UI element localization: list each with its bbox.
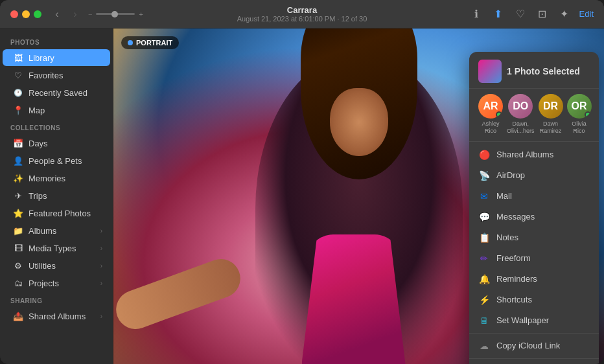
sidebar-item-map-label: Map: [29, 106, 45, 115]
sidebar-section-photos: Photos: [0, 34, 113, 49]
adjust-button[interactable]: ✦: [557, 7, 572, 21]
sidebar-item-favorites[interactable]: ♡ Favorites: [3, 67, 110, 84]
sidebar-item-library[interactable]: 🖼 Library: [3, 49, 110, 66]
minimize-button[interactable]: [22, 10, 30, 18]
sidebar-item-days[interactable]: 📅 Days: [3, 135, 110, 152]
zoom-track: [96, 13, 135, 15]
menu-item-messages[interactable]: 💬 Messages: [469, 207, 599, 227]
menu-item-reminders[interactable]: 🔔 Reminders: [469, 269, 599, 290]
freeform-label: Freeform: [496, 253, 531, 263]
forward-button[interactable]: ›: [67, 6, 83, 22]
portrait-badge: PORTRAIT: [121, 36, 179, 49]
utilities-chevron: ›: [100, 262, 102, 269]
albums-chevron: ›: [100, 227, 102, 234]
map-icon: 📍: [13, 105, 23, 115]
sidebar-item-projects[interactable]: 🗂 Projects ›: [3, 275, 110, 291]
favorite-button[interactable]: ♡: [513, 7, 528, 21]
menu-item-shared-albums[interactable]: 🔴 Shared Albums: [469, 144, 599, 165]
zoom-slider[interactable]: − +: [88, 10, 143, 18]
contact-label-ashley: AshleyRico: [482, 120, 499, 135]
online-indicator-ashley: [496, 111, 502, 118]
share-menu: 🔴 Shared Albums 📡 AirDrop ✉ Mail 💬 Messa…: [469, 142, 599, 364]
edit-button[interactable]: Edit: [579, 9, 594, 19]
portrait-dot: [128, 40, 133, 45]
sidebar-item-shared-albums[interactable]: 📤 Shared Albums ›: [3, 308, 110, 324]
people-icon: 👤: [13, 155, 23, 166]
recently-saved-icon: 🕐: [13, 87, 23, 98]
menu-item-airdrop[interactable]: 📡 AirDrop: [469, 165, 599, 186]
sidebar-item-utilities-label: Utilities: [29, 261, 56, 271]
menu-item-mail[interactable]: ✉ Mail: [469, 186, 599, 207]
vest: [302, 234, 406, 364]
sidebar-item-recently-saved-label: Recently Saved: [29, 88, 87, 98]
face: [330, 88, 388, 156]
shortcuts-label: Shortcuts: [496, 295, 532, 304]
nav-buttons: ‹ ›: [49, 6, 83, 22]
sidebar-item-memories[interactable]: ✨ Memories: [3, 170, 110, 187]
sidebar-item-trips[interactable]: ✈ Trips: [3, 187, 110, 204]
contact-label-dawn-olivia: Dawn,Olivi...hers: [507, 120, 535, 135]
contact-dawn-olivia[interactable]: DO Dawn,Olivi...hers: [507, 94, 535, 135]
sidebar-item-recently-saved[interactable]: 🕐 Recently Saved: [3, 84, 110, 101]
contact-bg-dawn-olivia: DO: [508, 94, 533, 119]
sidebar-item-media-types[interactable]: 🎞 Media Types ›: [3, 240, 110, 256]
contact-olivia-rico[interactable]: OR Olivia Rico: [567, 94, 592, 135]
menu-item-notes[interactable]: 📋 Notes: [469, 227, 599, 248]
sidebar-item-map[interactable]: 📍 Map: [3, 102, 110, 119]
sidebar-item-memories-label: Memories: [29, 174, 65, 183]
share-thumb: [478, 60, 502, 83]
airdrop-label: AirDrop: [496, 170, 525, 180]
fullscreen-button[interactable]: [34, 10, 41, 18]
photo-area: PORTRAIT 1 Photo Selected AR: [113, 28, 604, 364]
titlebar: ‹ › − + Carrara August 21, 2023 at 6:01:…: [0, 0, 604, 28]
title-center: Carrara August 21, 2023 at 6:01:00 PM · …: [237, 5, 367, 23]
sidebar-item-albums-label: Albums: [29, 226, 56, 236]
menu-item-shortcuts[interactable]: ⚡ Shortcuts: [469, 290, 599, 310]
info-button[interactable]: ℹ: [469, 7, 483, 21]
zoom-thumb: [111, 11, 118, 17]
menu-item-copy-icloud[interactable]: ☁ Copy iCloud Link: [469, 336, 599, 356]
menu-divider-2: [469, 358, 599, 359]
share-button[interactable]: ⬆: [491, 7, 505, 21]
featured-icon: ⭐: [13, 208, 23, 218]
contact-label-olivia-rico: Olivia Rico: [567, 120, 592, 135]
shared-albums-menu-icon: 🔴: [478, 149, 490, 161]
sidebar: Photos 🖼 Library ♡ Favorites 🕐 Recently …: [0, 28, 113, 364]
sidebar-item-featured[interactable]: ⭐ Featured Photos: [3, 205, 110, 222]
sidebar-item-favorites-label: Favorites: [29, 71, 63, 80]
share-contacts: AR AshleyRico DO Dawn,Olivi...hers DR: [469, 89, 599, 142]
back-button[interactable]: ‹: [49, 6, 65, 22]
sidebar-item-featured-label: Featured Photos: [29, 209, 91, 218]
menu-item-freeform[interactable]: ✏ Freeform: [469, 248, 599, 269]
airdrop-icon: 📡: [478, 170, 490, 181]
shared-albums-menu-label: Shared Albums: [496, 150, 553, 159]
sidebar-item-projects-label: Projects: [29, 279, 59, 288]
window-subtitle: August 21, 2023 at 6:01:00 PM · 12 of 30: [237, 15, 367, 23]
mail-icon: ✉: [478, 190, 490, 202]
sidebar-item-albums[interactable]: 📁 Albums ›: [3, 222, 110, 239]
portrait-label: PORTRAIT: [136, 39, 172, 47]
close-button[interactable]: [10, 10, 18, 18]
crop-button[interactable]: ⊡: [535, 7, 550, 21]
reminders-icon: 🔔: [478, 273, 490, 285]
online-indicator-olivia: [585, 111, 591, 118]
share-panel: 1 Photo Selected AR AshleyRico DO: [469, 52, 599, 364]
days-icon: 📅: [13, 138, 23, 148]
main-content: Photos 🖼 Library ♡ Favorites 🕐 Recently …: [0, 28, 604, 364]
sidebar-item-people-pets[interactable]: 👤 People & Pets: [3, 152, 110, 169]
contact-ashley[interactable]: AR AshleyRico: [478, 94, 503, 135]
sidebar-item-utilities[interactable]: ⚙ Utilities ›: [3, 257, 110, 274]
menu-divider: [469, 333, 599, 334]
app-window: ‹ › − + Carrara August 21, 2023 at 6:01:…: [0, 0, 604, 364]
media-icon: 🎞: [13, 243, 23, 253]
contact-dawn-ramirez[interactable]: DR DawnRamirez: [539, 94, 563, 135]
icloud-icon: ☁: [478, 340, 490, 352]
contact-circle-ashley: AR: [478, 94, 503, 119]
utilities-icon: ⚙: [13, 260, 23, 271]
shortcuts-icon: ⚡: [478, 294, 490, 306]
menu-item-edit-extensions[interactable]: ••• Edit Extensions...: [469, 361, 599, 364]
reminders-label: Reminders: [496, 274, 537, 284]
share-header: 1 Photo Selected: [469, 52, 599, 89]
sidebar-item-library-label: Library: [29, 53, 54, 63]
menu-item-set-wallpaper[interactable]: 🖥 Set Wallpaper: [469, 310, 599, 331]
